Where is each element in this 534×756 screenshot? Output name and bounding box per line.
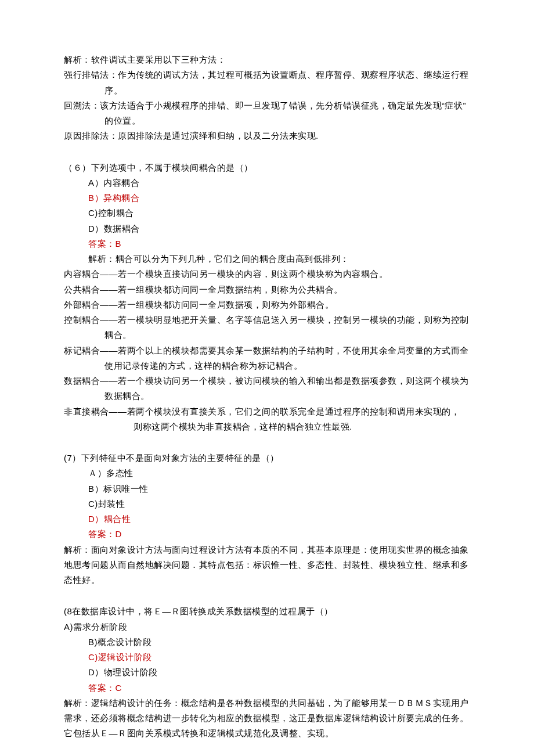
question-stem: （６）下列选项中，不属于模块间耦合的是（）: [64, 160, 470, 175]
coupling-3: 外部耦合——若一组模块都访问同一全局数据项，则称为外部耦合。: [64, 297, 470, 312]
answer-line: 答案：C: [64, 681, 470, 696]
option-a: Ａ）多态性: [64, 466, 470, 481]
option-b: B）异构耦合: [64, 190, 470, 206]
option-b: B)概念设计阶段: [64, 635, 470, 650]
option-c: C)逻辑设计阶段: [64, 650, 470, 665]
option-d: D）物理设计阶段: [64, 665, 470, 680]
coupling-1: 内容耦合——若一个模块直接访问另一模块的内容，则这两个模块称为内容耦合。: [64, 267, 470, 282]
method-3: 原因排除法：原因排除法是通过演绎和归纳，以及二分法来实现.: [64, 128, 470, 143]
option-a: A)需求分析阶段: [64, 620, 470, 635]
explanation-lead: 解析：软件调试主要采用以下三种方法：: [64, 52, 470, 67]
question-6: （６）下列选项中，不属于模块间耦合的是（） A）内容耦合 B）异构耦合 C)控制…: [64, 160, 470, 435]
question-8: (8在数据库设计中，将Ｅ—Ｒ图转换成关系数据模型的过程属于（） A)需求分析阶段…: [64, 604, 470, 741]
question-7: (7）下列特征中不是面向对象方法的主要特征的是（） Ａ）多态性 B）标识唯一性 …: [64, 451, 470, 588]
option-a: A）内容耦合: [64, 175, 470, 190]
answer-line: 答案：B: [64, 236, 470, 251]
method-1: 强行排错法：作为传统的调试方法，其过程可概括为设置断点、程序暂停、观察程序状态、…: [64, 67, 470, 98]
document-page: 解析：软件调试主要采用以下三种方法： 强行排错法：作为传统的调试方法，其过程可概…: [0, 0, 534, 756]
coupling-4: 控制耦合——若一模块明显地把开关量、名字等信息送入另一模块，控制另一模块的功能，…: [64, 312, 470, 343]
explanation-5: 解析：软件调试主要采用以下三种方法： 强行排错法：作为传统的调试方法，其过程可概…: [64, 52, 470, 144]
coupling-5: 标记耦合——若两个以上的模块都需要其余某一数据结构的子结构时，不使用其余全局变量…: [64, 343, 470, 374]
coupling-7a: 非直接耦合——若两个模块没有直接关系，它们之间的联系完全是通过程序的控制和调用来…: [64, 404, 470, 419]
option-c: C)封装性: [64, 496, 470, 512]
explanation: 解析：逻辑结构设计的任务：概念结构是各种数据模型的共同基础，为了能够用某一ＤＢＭ…: [64, 696, 470, 741]
option-d: D）耦合性: [64, 512, 470, 527]
coupling-7b: 则称这两个模块为非直接耦合，这样的耦合独立性最强.: [64, 419, 470, 434]
option-d: D）数据耦合: [64, 221, 470, 236]
question-stem: (8在数据库设计中，将Ｅ—Ｒ图转换成关系数据模型的过程属于（）: [64, 604, 470, 619]
option-b: B）标识唯一性: [64, 481, 470, 496]
explanation: 解析：面向对象设计方法与面向过程设计方法有本质的不同，其基本原理是：使用现实世界…: [64, 542, 470, 588]
option-c: C)控制耦合: [64, 206, 470, 221]
answer-line: 答案：D: [64, 527, 470, 542]
question-stem: (7）下列特征中不是面向对象方法的主要特征的是（）: [64, 451, 470, 466]
coupling-2: 公共耦合——若一组模块都访问同一全局数据结构，则称为公共耦合。: [64, 282, 470, 297]
explanation-lead-text: 解析：耦合可以分为下列几种，它们之间的耦合度由高到低排列：: [88, 254, 349, 264]
method-2: 回溯法：该方法适合于小规模程序的排错、即一旦发现了错误，先分析错误征兆，确定最先…: [64, 98, 470, 129]
coupling-6: 数据耦合——若一个模块访问另一个模块，被访问模块的输入和输出都是数据项参数，则这…: [64, 373, 470, 404]
explanation-lead: 解析：耦合可以分为下列几种，它们之间的耦合度由高到低排列：: [64, 251, 470, 267]
